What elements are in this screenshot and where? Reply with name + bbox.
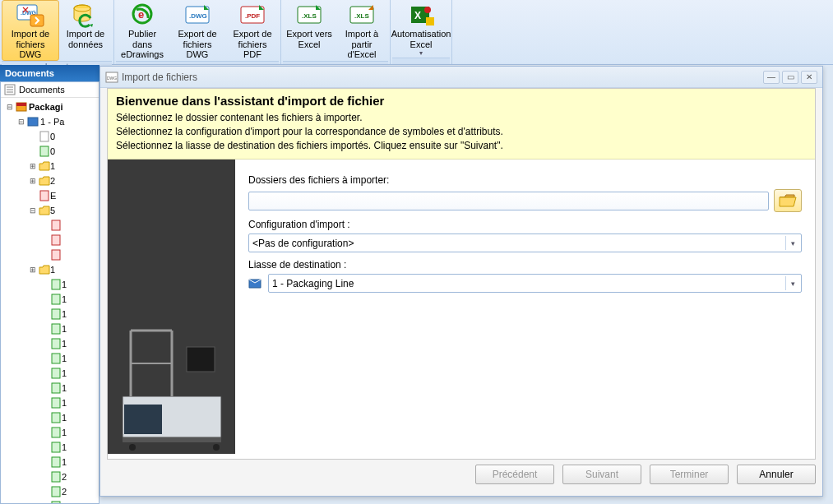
tree-item[interactable]: 1 <box>2 455 99 469</box>
excel-automation-button[interactable]: X Automatisation Excel ▾ <box>392 0 450 58</box>
collapse-icon[interactable]: ⊟ <box>16 116 27 127</box>
config-combo[interactable]: <Pas de configuration> ▾ <box>248 234 802 252</box>
svg-point-61 <box>129 444 136 451</box>
svg-rect-36 <box>52 339 60 349</box>
bundle-combo[interactable]: 1 - Packaging Line ▾ <box>268 274 802 293</box>
tree-level1-label: 1 - Pa <box>40 117 64 127</box>
previous-button[interactable]: Précédent <box>475 465 554 484</box>
config-value: <Pas de configuration> <box>252 238 785 249</box>
sheet-green-icon <box>50 427 62 438</box>
maximize-button[interactable]: ▭ <box>782 71 798 84</box>
folder-input[interactable] <box>248 192 769 210</box>
browse-folder-button[interactable] <box>774 189 802 212</box>
expand-icon[interactable]: ⊞ <box>27 175 39 187</box>
tree-item[interactable] <box>2 233 99 247</box>
tree-item[interactable]: 1 <box>2 425 99 440</box>
sheet-green-icon <box>50 294 62 305</box>
wizard-banner-line2: Sélectionnez la configuration d'import p… <box>116 125 807 139</box>
import-dwg-button[interactable]: .DWG Import de fichiers DWG <box>2 0 59 61</box>
next-button[interactable]: Suivant <box>562 465 641 484</box>
svg-text:X: X <box>414 10 421 21</box>
tree-item[interactable]: ⊞1 <box>2 159 99 173</box>
tree-item[interactable]: 1 <box>2 321 99 336</box>
export-pdf-button[interactable]: .PDF Export de fichiers PDF <box>226 0 279 61</box>
svg-rect-31 <box>52 250 60 260</box>
tree-item[interactable]: 1 <box>2 277 99 292</box>
tree-item[interactable]: 2 <box>2 499 99 504</box>
svg-rect-38 <box>52 368 60 378</box>
wizard-body: Bienvenue dans l'assistant d'import de f… <box>107 88 816 460</box>
minimize-button[interactable]: — <box>763 71 780 84</box>
wizard-heading: Bienvenue dans l'assistant d'import de f… <box>116 94 807 108</box>
collapse-icon[interactable]: ⊟ <box>4 101 16 113</box>
svg-rect-45 <box>52 472 60 482</box>
xls-import-icon: .XLS <box>347 3 377 28</box>
svg-rect-33 <box>52 294 60 304</box>
tree-item[interactable]: 1 <box>2 410 99 425</box>
publish-edrawings-button[interactable]: e Publier dans eDrawings <box>116 0 169 61</box>
sheet-green-icon <box>50 279 62 290</box>
tree-item[interactable]: 0 <box>2 129 99 144</box>
svg-point-62 <box>213 444 220 451</box>
documents-panel: Documents ⊟ Packagi ⊟ 1 - Pa 0 0 ⊞1 ⊞2 E… <box>0 81 99 504</box>
svg-rect-55 <box>187 347 215 372</box>
tree-item[interactable]: 2 <box>2 469 99 484</box>
export-dwg-button[interactable]: .DWG Export de fichiers DWG <box>169 0 226 61</box>
import-data-button[interactable]: Import de données <box>59 0 112 61</box>
sheet-green-icon <box>50 486 62 497</box>
close-button[interactable]: ✕ <box>801 71 817 84</box>
dwg-import-icon: .DWG <box>16 3 45 28</box>
tree-item[interactable]: ⊟5 <box>2 203 99 218</box>
documents-tab[interactable]: Documents <box>1 82 99 98</box>
tree-item[interactable]: 1 <box>2 292 99 307</box>
svg-text:e: e <box>138 8 144 21</box>
expand-icon[interactable]: ⊞ <box>27 264 39 275</box>
expand-icon[interactable]: ⊞ <box>27 160 39 172</box>
sheet-green-icon <box>50 382 62 394</box>
tree-level1[interactable]: ⊟ 1 - Pa <box>2 114 99 129</box>
tree-item[interactable]: 0 <box>2 144 99 159</box>
svg-rect-39 <box>52 383 60 393</box>
documents-tab-label: Documents <box>19 85 65 95</box>
svg-rect-30 <box>52 235 60 245</box>
collapse-icon[interactable]: ⊟ <box>27 205 39 216</box>
ribbon-group-import: .DWG Import de fichiers DWG Import de do… <box>0 0 114 64</box>
publish-edrawings-label: Publier dans eDrawings <box>118 29 166 60</box>
wizard-titlebar[interactable]: DWG Import de fichiers — ▭ ✕ <box>100 67 822 88</box>
export-excel-button[interactable]: .XLS Export vers Excel <box>283 0 336 61</box>
svg-rect-54 <box>124 405 162 434</box>
tree-item[interactable]: ⊞2 <box>2 173 99 188</box>
tree-item[interactable] <box>2 247 99 262</box>
edrawings-icon: e <box>127 3 157 28</box>
svg-rect-40 <box>52 398 60 408</box>
import-excel-button[interactable]: .XLS Import à partir d'Excel <box>336 0 388 61</box>
cancel-button[interactable]: Annuler <box>737 465 816 484</box>
tree-item[interactable]: ⊞1 <box>2 262 99 277</box>
tree-item[interactable]: 1 <box>2 381 99 395</box>
tree-item[interactable]: 1 <box>2 440 99 455</box>
tree-item[interactable]: E <box>2 188 99 203</box>
folder-icon <box>39 175 50 187</box>
svg-rect-43 <box>52 442 60 452</box>
svg-rect-35 <box>52 324 60 334</box>
tree-item[interactable] <box>2 218 99 233</box>
tree-item[interactable]: 1 <box>2 395 99 410</box>
sheet-green-icon <box>50 397 62 409</box>
bundle-label: Liasse de destination : <box>248 259 802 270</box>
svg-rect-18 <box>426 17 434 25</box>
documents-tree[interactable]: ⊟ Packagi ⊟ 1 - Pa 0 0 ⊞1 ⊞2 E ⊟5 ⊞1 1 1… <box>1 98 99 504</box>
chevron-down-icon: ▾ <box>785 236 799 250</box>
export-pdf-label: Export de fichiers PDF <box>229 29 276 60</box>
sheet-green-icon <box>50 412 62 423</box>
tree-item[interactable]: 1 <box>2 351 99 366</box>
config-label: Configuration d'import : <box>248 219 802 230</box>
sheet-green-icon <box>50 353 62 364</box>
finish-button[interactable]: Terminer <box>650 465 729 484</box>
tree-root[interactable]: ⊟ Packagi <box>2 99 99 114</box>
sheet-green-icon <box>50 368 62 379</box>
tree-item[interactable]: 1 <box>2 366 99 381</box>
tree-item[interactable]: 1 <box>2 307 99 321</box>
tree-item[interactable]: 2 <box>2 484 99 499</box>
sheet-green-icon <box>50 456 62 468</box>
tree-item[interactable]: 1 <box>2 336 99 351</box>
